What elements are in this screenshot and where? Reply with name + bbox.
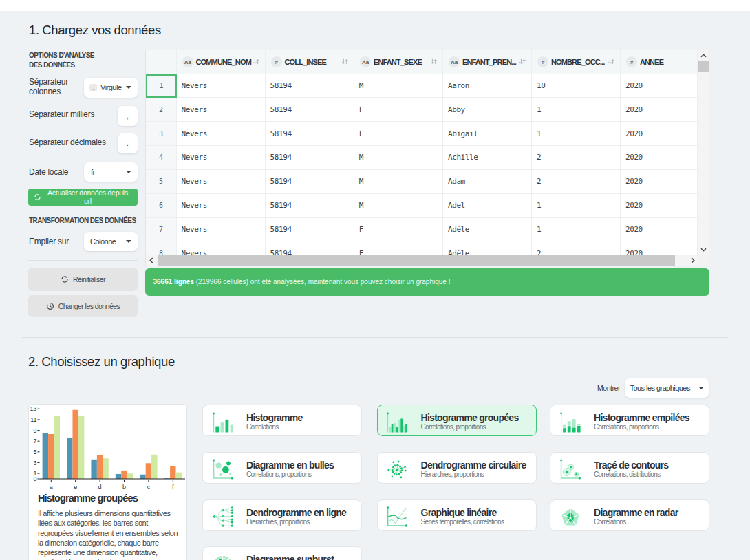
- row-number-cell[interactable]: 3: [146, 122, 178, 146]
- column-header-commune_nom[interactable]: AaCOMMUNE_NOM: [177, 50, 266, 74]
- table-cell[interactable]: Adam: [443, 170, 532, 194]
- table-cell[interactable]: Nevers: [177, 218, 266, 242]
- chart-card-linear-dendrogram[interactable]: Dendrogramme en ligneHierarchies, propor…: [202, 499, 362, 531]
- separateur-decimales-input[interactable]: .: [118, 133, 138, 153]
- table-cell[interactable]: Achille: [443, 146, 532, 170]
- row-number-cell[interactable]: 4: [146, 146, 178, 170]
- svg-text:7: 7: [33, 438, 36, 444]
- sort-icon[interactable]: [253, 56, 260, 68]
- row-number-cell[interactable]: 7: [146, 218, 178, 242]
- table-cell[interactable]: 2020: [621, 98, 698, 122]
- chevron-down-icon: [126, 86, 131, 89]
- table-cell[interactable]: F: [354, 241, 443, 255]
- separateur-milliers-input[interactable]: ,: [118, 106, 138, 126]
- table-cell[interactable]: 58194: [266, 194, 354, 218]
- column-type-badge: Aa: [182, 56, 194, 68]
- svg-text:1: 1: [33, 470, 36, 477]
- separateur-colonnes-select[interactable]: , Virgule: [84, 78, 138, 98]
- row-number-cell[interactable]: 8: [146, 241, 178, 255]
- table-cell[interactable]: 58194: [266, 218, 354, 242]
- table-cell[interactable]: Nevers: [177, 146, 266, 170]
- table-cell[interactable]: M: [354, 146, 443, 170]
- horizontal-scrollbar[interactable]: [146, 255, 698, 266]
- table-cell[interactable]: 10: [532, 74, 621, 98]
- table-cell[interactable]: Adéle: [443, 218, 532, 242]
- table-cell[interactable]: Abigaïl: [443, 122, 532, 146]
- table-cell[interactable]: Aaron: [443, 74, 532, 98]
- table-cell[interactable]: 2: [532, 241, 621, 255]
- table-cell[interactable]: 58194: [266, 74, 354, 98]
- column-header-annee[interactable]: #ANNEE: [621, 50, 698, 74]
- column-header-coll_insee[interactable]: #COLL_INSEE: [266, 50, 354, 74]
- sort-icon[interactable]: [341, 56, 349, 68]
- table-cell[interactable]: 58194: [266, 241, 354, 255]
- column-header-nombre_occ[interactable]: #NOMBRE_OCC...: [532, 50, 621, 74]
- vertical-scrollbar[interactable]: [698, 50, 709, 255]
- table-cell[interactable]: 1: [532, 218, 621, 242]
- table-cell[interactable]: 1: [532, 194, 621, 218]
- column-header-enfant_sexe[interactable]: AaENFANT_SEXE: [354, 50, 443, 74]
- table-cell[interactable]: 2020: [621, 170, 698, 194]
- table-cell[interactable]: 2: [532, 170, 621, 194]
- table-cell[interactable]: 2: [532, 146, 621, 170]
- refresh-data-url-button[interactable]: Actualiser données depuis url: [28, 189, 138, 206]
- table-cell[interactable]: Adèle: [443, 241, 532, 255]
- table-cell[interactable]: 2020: [621, 122, 698, 146]
- chart-card-stacked-bar[interactable]: Histogramme empiléesCorrelations, propor…: [550, 405, 709, 436]
- table-cell[interactable]: 2020: [621, 74, 698, 98]
- column-header-enfant_pren[interactable]: AaENFANT_PREN...: [443, 50, 532, 74]
- table-cell[interactable]: 2020: [621, 194, 698, 218]
- reset-button[interactable]: Réinitialiser: [28, 268, 138, 291]
- horizontal-scrollbar-thumb[interactable]: [158, 255, 675, 266]
- row-number-cell[interactable]: 1: [146, 74, 178, 98]
- chart-card-bubble[interactable]: Diagramme en bullesCorrelations, proport…: [202, 452, 362, 484]
- table-cell[interactable]: Nevers: [177, 122, 266, 146]
- table-cell[interactable]: Adel: [443, 194, 532, 218]
- table-cell[interactable]: Nevers: [177, 98, 266, 122]
- change-data-button[interactable]: Changer les données: [28, 295, 138, 317]
- table-cell[interactable]: F: [354, 98, 443, 122]
- table-cell[interactable]: 2020: [621, 146, 698, 170]
- table-cell[interactable]: M: [354, 194, 443, 218]
- scroll-down-icon[interactable]: [698, 245, 709, 255]
- montrer-select[interactable]: Tous les graphiques: [625, 378, 709, 398]
- table-cell[interactable]: M: [354, 74, 443, 98]
- sort-icon[interactable]: [430, 56, 438, 68]
- table-cell[interactable]: Nevers: [177, 194, 266, 218]
- chart-card-bar[interactable]: HistogrammeCorrelations: [202, 405, 362, 436]
- scroll-up-icon[interactable]: [698, 51, 709, 61]
- sort-icon[interactable]: [519, 56, 526, 68]
- table-cell[interactable]: M: [354, 170, 443, 194]
- date-locale-select[interactable]: fr: [84, 162, 138, 182]
- vertical-scrollbar-thumb[interactable]: [698, 61, 709, 72]
- scroll-left-icon[interactable]: [147, 255, 156, 266]
- sort-icon[interactable]: [608, 56, 615, 68]
- chart-card-radial-dendrogram[interactable]: Dendrogramme circulaireHierarchies, prop…: [377, 452, 537, 484]
- chart-card-line[interactable]: Graphique linéaireSeries temporelles, co…: [377, 499, 537, 531]
- chart-card-grouped-bar[interactable]: Histogramme groupéesCorrelations, propor…: [377, 405, 537, 436]
- table-cell[interactable]: 58194: [266, 170, 354, 194]
- table-cell[interactable]: 1: [532, 98, 621, 122]
- table-cell[interactable]: Nevers: [177, 74, 266, 98]
- table-cell[interactable]: 2020: [621, 218, 698, 242]
- sunburst-chart-icon: [213, 554, 233, 560]
- table-cell[interactable]: Abby: [443, 98, 532, 122]
- row-number-cell[interactable]: 5: [146, 170, 178, 194]
- table-cell[interactable]: F: [354, 122, 443, 146]
- chart-card-sunburst[interactable]: Diagramme sunburst: [202, 546, 362, 560]
- table-cell[interactable]: 1: [532, 122, 621, 146]
- empiler-sur-select[interactable]: Colonne: [84, 232, 138, 251]
- table-cell[interactable]: F: [354, 218, 443, 242]
- table-cell[interactable]: 58194: [266, 146, 354, 170]
- row-number-cell[interactable]: 2: [146, 98, 178, 122]
- chart-card-radar[interactable]: Diagramme en radarCorrelations: [550, 499, 709, 531]
- table-cell[interactable]: 58194: [266, 122, 354, 146]
- scroll-right-icon[interactable]: [688, 255, 698, 266]
- row-number-cell[interactable]: 6: [146, 194, 178, 218]
- table-cell[interactable]: 2020: [621, 241, 698, 255]
- table-cell[interactable]: 58194: [266, 98, 354, 122]
- table-cell[interactable]: Nevers: [177, 241, 266, 255]
- chart-card-contour[interactable]: Traçé de contoursCorrelations, distribut…: [550, 452, 709, 484]
- table-row: 7Nevers58194FAdéle12020: [146, 218, 698, 242]
- table-cell[interactable]: Nevers: [177, 170, 266, 194]
